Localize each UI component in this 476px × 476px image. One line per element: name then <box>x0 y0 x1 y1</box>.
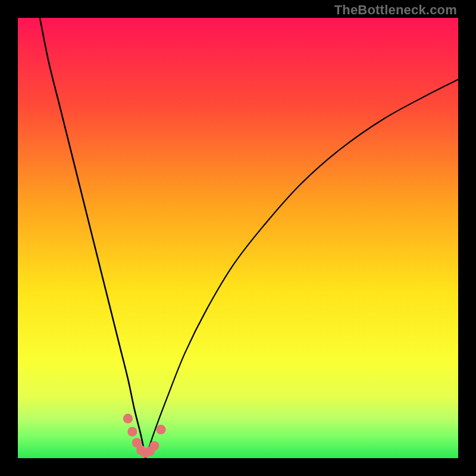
marker-point <box>156 425 165 434</box>
chart-canvas: TheBottleneck.com <box>0 0 476 476</box>
marker-point <box>127 427 137 436</box>
watermark-text: TheBottleneck.com <box>334 2 457 18</box>
curves-layer <box>18 18 458 458</box>
bottleneck-markers <box>123 414 166 458</box>
left-curve <box>40 18 146 458</box>
marker-point <box>149 441 159 450</box>
plot-area <box>18 18 458 458</box>
marker-point <box>123 414 133 423</box>
right-curve <box>146 80 458 458</box>
